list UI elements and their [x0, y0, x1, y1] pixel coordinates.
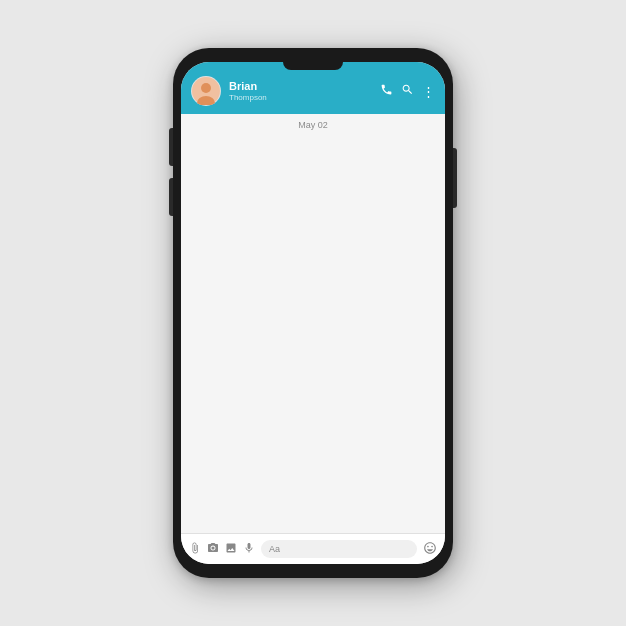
- svg-point-1: [201, 83, 211, 93]
- camera-icon[interactable]: [207, 542, 219, 557]
- phone-screen: Brian Thompson ⋮: [181, 62, 445, 564]
- attachment-icon[interactable]: [189, 542, 201, 557]
- text-input[interactable]: Aa: [261, 540, 417, 558]
- chat-messages: [181, 134, 445, 533]
- phone: Hi, Den! Tommy and I want to go in rolle…: [173, 48, 453, 578]
- contact-info: Brian Thompson: [229, 80, 372, 102]
- call-icon[interactable]: [380, 83, 393, 99]
- more-icon[interactable]: ⋮: [422, 84, 435, 99]
- header-icons: ⋮: [380, 83, 435, 99]
- phone-body: Brian Thompson ⋮: [173, 48, 453, 578]
- search-icon[interactable]: [401, 83, 414, 99]
- mic-icon[interactable]: [243, 542, 255, 557]
- contact-name: Brian: [229, 80, 372, 93]
- chat-input-bar[interactable]: Aa: [181, 533, 445, 564]
- contact-subtitle: Thompson: [229, 93, 372, 102]
- image-icon[interactable]: [225, 542, 237, 557]
- emoji-icon[interactable]: [423, 541, 437, 558]
- date-separator: May 02: [181, 114, 445, 134]
- phone-notch: [283, 62, 343, 70]
- avatar: [191, 76, 221, 106]
- input-label: Aa: [269, 544, 280, 554]
